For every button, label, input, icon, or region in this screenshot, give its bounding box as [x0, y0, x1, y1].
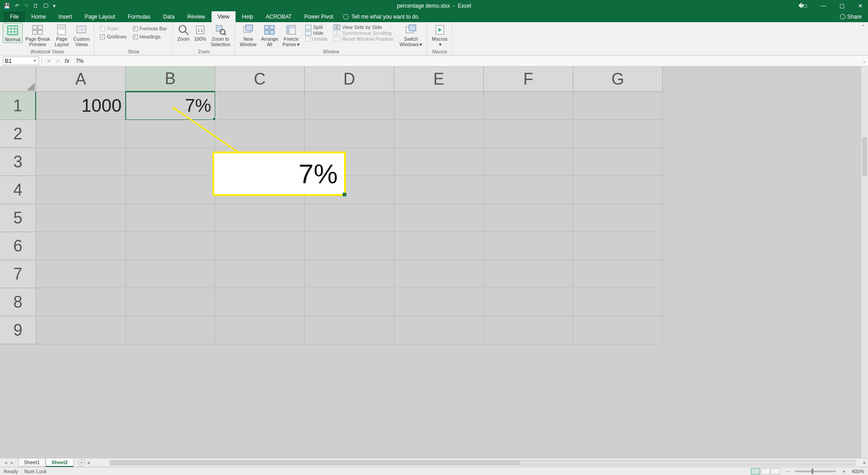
cell-E7[interactable] [394, 260, 484, 288]
tell-me-search[interactable]: Tell me what you want to do [343, 14, 418, 20]
cell-B2[interactable] [126, 120, 215, 148]
qat-more-icon[interactable]: ▾ [53, 3, 56, 9]
expand-formula-bar-icon[interactable]: ⌄ [861, 58, 868, 64]
zoom-out-icon[interactable]: − [786, 469, 789, 474]
cell-G8[interactable] [573, 288, 663, 316]
cell-D2[interactable] [305, 120, 394, 148]
col-header-F[interactable]: F [484, 66, 573, 92]
cell-D6[interactable] [305, 232, 394, 260]
cells-grid[interactable]: 1000 7% [36, 92, 861, 458]
col-header-B[interactable]: B [126, 66, 215, 92]
row-header-8[interactable]: 8 [0, 288, 36, 316]
cell-A5[interactable] [36, 204, 126, 232]
arrange-all-button[interactable]: Arrange All [259, 23, 280, 47]
cell-C2[interactable] [215, 120, 305, 148]
cell-F7[interactable] [484, 260, 573, 288]
cell-D5[interactable] [305, 204, 394, 232]
cell-E4[interactable] [394, 176, 484, 204]
col-header-E[interactable]: E [394, 66, 484, 92]
cell-A1[interactable]: 1000 [36, 92, 126, 120]
save-icon[interactable]: 💾 [4, 3, 10, 9]
tab-view[interactable]: View [212, 11, 236, 22]
tab-insert[interactable]: Insert [52, 11, 78, 22]
page-break-preview-button[interactable]: Page Break Preview [24, 23, 52, 47]
cell-F8[interactable] [484, 288, 573, 316]
cell-F1[interactable] [484, 92, 573, 120]
col-header-A[interactable]: A [36, 66, 126, 92]
cell-E2[interactable] [394, 120, 484, 148]
tab-review[interactable]: Review [181, 11, 211, 22]
cell-A3[interactable] [36, 148, 126, 176]
collapse-ribbon-icon[interactable]: ⌃ [861, 24, 865, 30]
row-header-7[interactable]: 7 [0, 260, 36, 288]
cell-C1[interactable] [215, 92, 305, 120]
cell-F5[interactable] [484, 204, 573, 232]
row-header-5[interactable]: 5 [0, 204, 36, 232]
tab-acrobat[interactable]: ACROBAT [259, 11, 298, 22]
new-doc-icon[interactable]: 🗋 [33, 3, 38, 9]
formula-bar-checkbox[interactable]: ✓Formula Bar [133, 26, 167, 31]
cell-G6[interactable] [573, 232, 663, 260]
cell-G9[interactable] [573, 316, 663, 344]
insert-function-icon[interactable]: fx [65, 58, 70, 64]
cell-G4[interactable] [573, 176, 663, 204]
page-layout-view-button[interactable]: Page Layout [53, 23, 71, 47]
cell-D1[interactable] [305, 92, 394, 120]
cell-B9[interactable] [126, 316, 215, 344]
row-header-2[interactable]: 2 [0, 120, 36, 148]
row-header-9[interactable]: 9 [0, 316, 36, 344]
cell-E6[interactable] [394, 232, 484, 260]
col-header-D[interactable]: D [305, 66, 394, 92]
row-header-4[interactable]: 4 [0, 176, 36, 204]
view-page-break-shortcut[interactable] [771, 468, 780, 475]
cell-B1[interactable]: 7% [126, 92, 215, 120]
new-window-button[interactable]: New Window [238, 23, 258, 47]
view-normal-shortcut[interactable] [751, 468, 760, 475]
tab-power-pivot[interactable]: Power Pivot [298, 11, 340, 22]
cell-B5[interactable] [126, 204, 215, 232]
hscroll-thumb[interactable] [110, 461, 520, 465]
cell-E8[interactable] [394, 288, 484, 316]
cell-B3[interactable] [126, 148, 215, 176]
col-header-G[interactable]: G [573, 66, 663, 92]
custom-views-button[interactable]: Custom Views [71, 23, 91, 47]
cell-C7[interactable] [215, 260, 305, 288]
row-header-3[interactable]: 3 [0, 148, 36, 176]
sheet-tab-2[interactable]: Sheet2 [46, 459, 74, 467]
freeze-panes-button[interactable]: Freeze Panes▾ [281, 23, 302, 47]
zoom-button[interactable]: Zoom [175, 23, 191, 42]
cell-C8[interactable] [215, 288, 305, 316]
cell-D7[interactable] [305, 260, 394, 288]
zoom-to-selection-button[interactable]: Zoom to Selection [209, 23, 232, 47]
tab-home[interactable]: Home [25, 11, 52, 22]
view-side-by-side-button[interactable]: View Side by Side [332, 24, 394, 30]
cell-B8[interactable] [126, 288, 215, 316]
tab-formulas[interactable]: Formulas [122, 11, 157, 22]
cell-G2[interactable] [573, 120, 663, 148]
cell-G7[interactable] [573, 260, 663, 288]
cell-A4[interactable] [36, 176, 126, 204]
new-sheet-button[interactable]: ＋ [78, 459, 85, 466]
cell-A2[interactable] [36, 120, 126, 148]
hide-button[interactable]: Hide [304, 30, 329, 36]
cell-D8[interactable] [305, 288, 394, 316]
cell-E9[interactable] [394, 316, 484, 344]
row-header-1[interactable]: 1 [0, 92, 36, 120]
macros-button[interactable]: Macros▾ [430, 23, 449, 47]
cell-A9[interactable] [36, 316, 126, 344]
name-box-dropdown-icon[interactable]: ▼ [33, 59, 37, 63]
tab-file[interactable]: File [4, 11, 25, 22]
cell-F2[interactable] [484, 120, 573, 148]
row-header-6[interactable]: 6 [0, 232, 36, 260]
ribbon-display-options-icon[interactable]: �□ [798, 3, 807, 9]
cell-E5[interactable] [394, 204, 484, 232]
cell-F9[interactable] [484, 316, 573, 344]
close-icon[interactable]: ✕ [858, 3, 863, 9]
select-all-corner[interactable] [0, 66, 36, 92]
vscroll-thumb[interactable] [862, 137, 867, 176]
cell-A8[interactable] [36, 288, 126, 316]
minimize-icon[interactable]: — [821, 3, 826, 9]
cell-C9[interactable] [215, 316, 305, 344]
share-button[interactable]: Share [840, 14, 862, 20]
cell-E1[interactable] [394, 92, 484, 120]
